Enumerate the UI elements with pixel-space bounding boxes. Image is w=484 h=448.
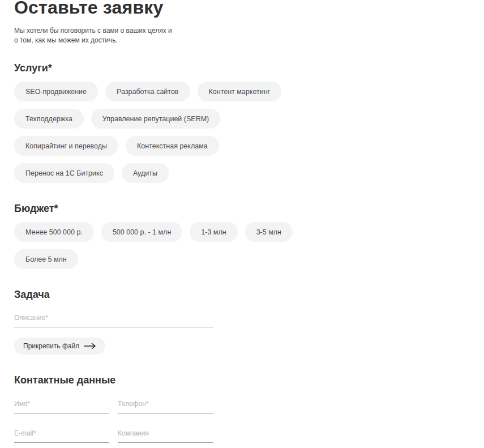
contacts-fields bbox=[14, 400, 340, 448]
budget-option-chip[interactable]: Более 5 млн bbox=[14, 249, 78, 269]
email-field[interactable] bbox=[14, 429, 109, 443]
request-form: Оставьте заявку Мы хотели бы поговорить … bbox=[0, 0, 340, 448]
contacts-heading: Контактные данные bbox=[14, 374, 340, 386]
service-option-chip[interactable]: Управление репутацией (SERM) bbox=[91, 109, 220, 129]
service-option-chip[interactable]: Контекстная реклама bbox=[126, 136, 219, 156]
service-option-chip[interactable]: Разработка сайтов bbox=[105, 82, 190, 101]
service-option-chip[interactable]: Аудиты bbox=[122, 163, 169, 183]
attach-file-label: Прикрепить файл bbox=[23, 342, 79, 350]
company-field[interactable] bbox=[118, 429, 213, 443]
services-section: Услуги* SEO-продвижениеРазработка сайтов… bbox=[14, 62, 340, 183]
budget-section: Бюджет* Менее 500 000 р.500 000 р. - 1 м… bbox=[14, 202, 340, 269]
name-field[interactable] bbox=[14, 400, 109, 413]
attach-file-button[interactable]: Прикрепить файл bbox=[14, 338, 105, 355]
budget-option-chip[interactable]: Менее 500 000 р. bbox=[14, 222, 94, 242]
task-heading: Задача bbox=[14, 288, 340, 301]
phone-field[interactable] bbox=[118, 400, 213, 413]
budget-option-chip[interactable]: 3-5 млн bbox=[245, 222, 293, 242]
service-option-chip[interactable]: Контент маркетинг bbox=[198, 82, 282, 101]
budget-chips: Менее 500 000 р.500 000 р. - 1 млн1-3 мл… bbox=[14, 222, 324, 269]
page-title: Оставьте заявку bbox=[14, 0, 340, 18]
arrow-right-icon bbox=[84, 343, 96, 349]
task-section: Задача Прикрепить файл bbox=[14, 288, 340, 355]
budget-option-chip[interactable]: 1-3 млн bbox=[190, 222, 237, 242]
description-input[interactable] bbox=[14, 314, 213, 327]
contacts-section: Контактные данные bbox=[14, 374, 340, 448]
services-chips: SEO-продвижениеРазработка сайтовКонтент … bbox=[14, 82, 324, 183]
page-subtitle: Мы хотели бы поговорить с вами о ваших ц… bbox=[14, 26, 173, 45]
service-option-chip[interactable]: SEO-продвижение bbox=[14, 82, 98, 101]
budget-option-chip[interactable]: 500 000 р. - 1 млн bbox=[101, 222, 182, 242]
service-option-chip[interactable]: Техподдержка bbox=[14, 109, 84, 129]
service-option-chip[interactable]: Перенос на 1С Битрикс bbox=[14, 163, 114, 183]
services-heading: Услуги* bbox=[14, 62, 340, 74]
service-option-chip[interactable]: Копирайтинг и переводы bbox=[14, 136, 118, 156]
budget-heading: Бюджет* bbox=[14, 202, 340, 215]
